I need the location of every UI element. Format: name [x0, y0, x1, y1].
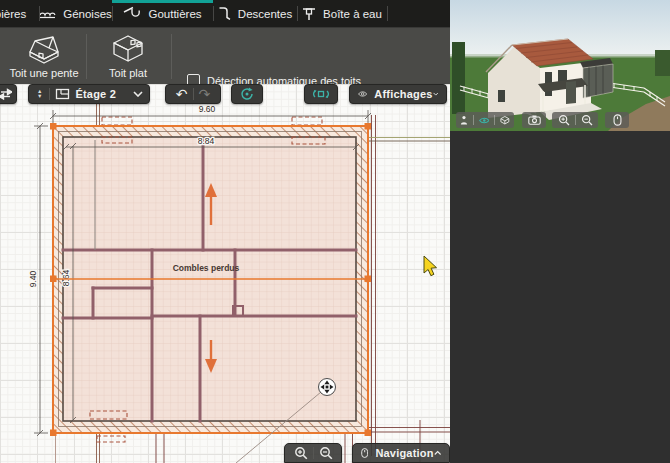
collapsed-panel-area: [450, 131, 670, 463]
plan-canvas[interactable]: 9.60 8.84 9.40 8.64 Combles perdus: [0, 84, 450, 463]
room-label: Combles perdus: [173, 263, 240, 273]
mouse-pointer: [424, 256, 437, 276]
chevron-down-icon: [433, 91, 438, 97]
camera-sync-button[interactable]: [304, 84, 338, 104]
view-mode-group: [456, 112, 514, 128]
recenter-plan-button[interactable]: [231, 84, 263, 104]
floor-plan-icon: [55, 88, 70, 100]
dim-outer-height: 9.40: [28, 270, 38, 287]
tab-separator: [112, 6, 113, 21]
affichages-label: Affichages: [374, 88, 432, 100]
eye-icon: [358, 88, 367, 100]
dim-inner-height: 8.64: [61, 269, 71, 286]
redo-button[interactable]: ↷: [199, 87, 211, 101]
walkthrough-person-button[interactable]: [460, 115, 468, 126]
toit-une-pente-button[interactable]: Toit une pente: [4, 31, 84, 82]
roof-ribbon: Toit une pente Toit plat Détection auto: [0, 27, 450, 84]
chevron-up-icon: [434, 450, 441, 456]
gouttieres-icon: [123, 6, 141, 21]
tab-separator: [213, 6, 214, 21]
swap-arrows-icon: [0, 88, 12, 100]
navigation-label: Navigation: [375, 447, 433, 459]
right-panel: [450, 0, 670, 463]
tab-gouttieres[interactable]: Gouttières: [112, 0, 213, 27]
active-tab-indicator: [112, 0, 213, 3]
tab-label: Boîte à eau: [323, 8, 382, 20]
orbit-camera-icon: [313, 87, 329, 101]
hedge: [452, 42, 465, 114]
dim-outer-width: 9.60: [199, 104, 216, 114]
affichages-dropdown[interactable]: Affichages: [349, 84, 447, 104]
navigation-3d-group: [605, 112, 629, 128]
tab-separator: [39, 6, 40, 21]
single-pitch-roof-icon: [23, 32, 65, 64]
ribbon-separator: [171, 34, 172, 79]
tab-separator: [387, 6, 388, 21]
tab-label: Génoises: [63, 8, 112, 20]
flat-roof-icon: [107, 32, 149, 64]
mouse-icon: [361, 446, 368, 460]
pan-move-cursor: [319, 379, 336, 396]
ribbon-separator: [86, 34, 87, 79]
navigation-dropdown[interactable]: Navigation: [352, 443, 450, 463]
view-eye-button[interactable]: [479, 116, 490, 125]
snapshot-group: [522, 112, 546, 128]
ribbon-button-label: Toit plat: [109, 67, 147, 79]
dim-inner-width: 8.84: [198, 136, 215, 146]
descentes-icon: [218, 6, 231, 21]
tab-label: Gouttières: [148, 8, 201, 20]
zoom-3d-group: [552, 112, 598, 128]
tab-descentes[interactable]: Descentes: [213, 0, 297, 27]
zoom-out-button[interactable]: [319, 446, 333, 460]
refresh-target-icon: [240, 87, 254, 101]
toit-plat-button[interactable]: Toit plat: [88, 31, 168, 82]
tab-boite-a-eau[interactable]: Boîte à eau: [297, 0, 387, 27]
entry-door: [566, 81, 576, 104]
chevron-down-icon: [133, 91, 143, 97]
app-window: bières Génoises Gouttières: [0, 0, 670, 463]
floor-selector-label: Étage 2: [75, 88, 116, 100]
undo-button[interactable]: ↶: [176, 87, 188, 101]
boite-a-eau-icon: [302, 6, 316, 21]
floor-stepper[interactable]: ▲ ▼: [35, 89, 44, 99]
tab-genoises[interactable]: Génoises: [39, 0, 112, 27]
export-plan-button[interactable]: [0, 84, 17, 104]
tab-barbieres[interactable]: bières: [0, 0, 39, 27]
tab-separator: [297, 6, 298, 21]
zoom-out-3d-button[interactable]: [581, 114, 593, 126]
zoom-in-button[interactable]: [294, 446, 308, 460]
floor-selector[interactable]: ▲ ▼ Étage 2: [28, 84, 150, 104]
genoises-icon: [39, 8, 56, 20]
walls-view-button[interactable]: [500, 115, 510, 125]
stepper-down-icon[interactable]: ▼: [37, 94, 42, 99]
zoom-controls: [284, 443, 342, 463]
roof-menu-bar: bières Génoises Gouttières: [0, 0, 450, 27]
ribbon-button-label: Toit une pente: [9, 67, 78, 79]
mouse-3d-button[interactable]: [613, 114, 622, 126]
undo-redo-group: ↶ ↷: [165, 84, 221, 104]
floor-plan-drawing: 9.60 8.84 9.40 8.64 Combles perdus: [0, 84, 450, 463]
camera-button[interactable]: [528, 115, 541, 125]
viewport-3d[interactable]: [450, 0, 670, 131]
trees: [655, 50, 670, 76]
tab-label: Descentes: [238, 8, 292, 20]
tab-label: bières: [0, 8, 26, 20]
zoom-in-3d-button[interactable]: [558, 114, 570, 126]
plan-editor-pane: bières Génoises Gouttières: [0, 0, 450, 463]
